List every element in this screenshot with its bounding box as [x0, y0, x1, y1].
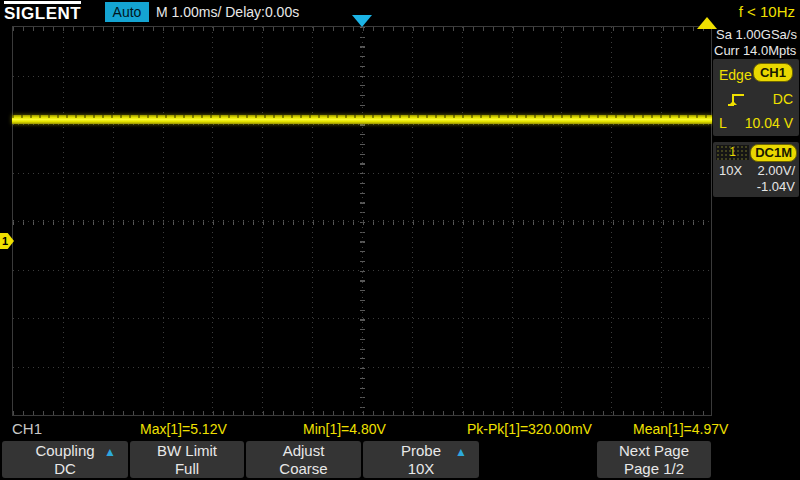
trigger-frequency-readout: f < 10Hz [739, 2, 795, 22]
softkey-value: Full [130, 460, 244, 477]
trigger-level-arrow-icon[interactable] [697, 17, 717, 29]
channel-number-badge: 1 [716, 145, 749, 160]
softkey-value: DC [2, 460, 128, 477]
sample-rate-readout: Sa 1.00GSa/s [716, 27, 797, 42]
measurement-bar: CH1 Max[1]=5.12V Min[1]=4.80V Pk-Pk[1]=3… [0, 417, 800, 440]
trigger-coupling-value: DC [773, 89, 793, 109]
grid-hline [13, 173, 711, 174]
measurement-pkpk: Pk-Pk[1]=320.00mV [467, 421, 592, 437]
softkey-bw-limit[interactable]: BW Limit Full [130, 441, 244, 478]
softkey-adjust[interactable]: Adjust Coarse [246, 441, 361, 478]
channel-offset-readout: -1.04V [757, 179, 795, 194]
graticule [12, 26, 712, 416]
grid-hline [13, 124, 711, 125]
softkey-value: 10X [363, 460, 479, 477]
grid-hline [13, 221, 711, 222]
memory-depth-readout: Curr 14.0Mpts [714, 43, 796, 58]
up-arrow-icon: ▲ [104, 443, 116, 461]
channel-info-box: 1 DC1M 10X 2.00V/ -1.04V [713, 142, 799, 197]
grid-hline [13, 367, 711, 368]
softkey-label: Probe [401, 442, 441, 459]
volts-per-div-readout: 2.00V/ [757, 163, 795, 178]
rising-edge-icon [727, 92, 745, 112]
softkey-value: Coarse [246, 460, 361, 477]
measurement-max: Max[1]=5.12V [140, 421, 227, 437]
timebase-readout: M 1.00ms/ Delay:0.00s [156, 3, 299, 21]
trigger-type-row: Edge CH1 [719, 65, 793, 85]
measurement-min: Min[1]=4.80V [303, 421, 386, 437]
softkey-menu-bar: Coupling ▲ DC BW Limit Full Adjust Coars… [0, 440, 800, 480]
trigger-source-badge: CH1 [753, 63, 793, 82]
softkey-coupling[interactable]: Coupling ▲ DC [2, 441, 128, 478]
trigger-level-value: 10.04 V [745, 113, 793, 133]
grid-hline [13, 318, 711, 319]
softkey-label: Next Page [619, 442, 689, 459]
trigger-level-row: L 10.04 V [719, 113, 793, 133]
ch1-waveform-trace [12, 115, 712, 124]
oscilloscope-screen: SIGLENT Auto M 1.00ms/ Delay:0.00s f < 1… [0, 0, 800, 480]
softkey-next-page[interactable]: Next Page Page 1/2 [597, 441, 711, 478]
trigger-type-label: Edge [719, 67, 752, 83]
measurement-channel-label: CH1 [12, 420, 42, 437]
measurement-mean: Mean[1]=4.97V [633, 421, 728, 437]
up-arrow-icon: ▲ [455, 443, 467, 461]
channel-coupling-badge: DC1M [750, 144, 797, 162]
softkey-label: BW Limit [157, 442, 217, 459]
trigger-level-label: L [719, 113, 727, 133]
acquisition-mode-badge: Auto [105, 2, 149, 22]
trigger-slope-row: DC [719, 89, 793, 109]
softkey-label: Adjust [283, 442, 325, 459]
softkey-label: Coupling [35, 442, 94, 459]
softkey-probe[interactable]: Probe ▲ 10X [363, 441, 479, 478]
trigger-info-box: Edge CH1 DC L 10.04 V [713, 59, 799, 136]
grid-hline [13, 76, 711, 77]
top-status-bar: SIGLENT Auto M 1.00ms/ Delay:0.00s f < 1… [0, 0, 800, 24]
softkey-value: Page 1/2 [597, 460, 711, 477]
siglent-logo: SIGLENT [4, 1, 81, 23]
probe-attenuation-readout: 10X [719, 163, 742, 178]
trigger-position-arrow-icon[interactable] [352, 15, 372, 27]
grid-hline [13, 270, 711, 271]
